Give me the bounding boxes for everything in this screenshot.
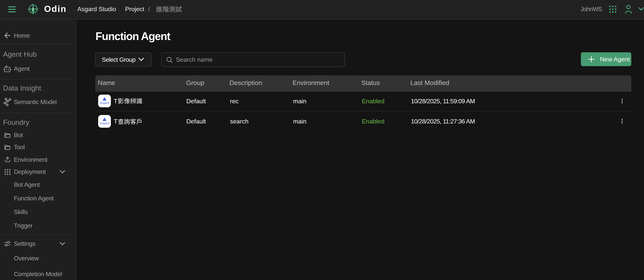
svg-text:Asgard: Asgard — [100, 122, 109, 125]
svg-text:Asgard: Asgard — [100, 101, 109, 104]
